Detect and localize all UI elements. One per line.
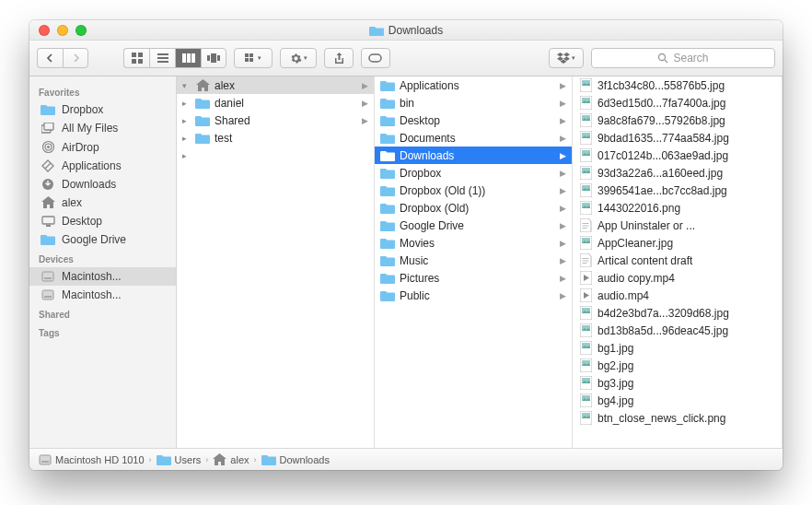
browser-row[interactable]: btn_close_news_click.png	[573, 409, 782, 427]
svg-rect-5	[157, 57, 168, 59]
column-1[interactable]: ▾alex▶▸daniel▶▸Shared▶▸test▸	[177, 76, 375, 448]
img-icon	[578, 201, 593, 215]
browser-row[interactable]: bg2.jpg	[573, 357, 782, 374]
browser-row[interactable]: ▸daniel▶	[177, 94, 374, 112]
browser-row[interactable]: ▸test	[177, 129, 374, 147]
expand-toggle[interactable]: ▸	[182, 151, 191, 160]
path-segment[interactable]: Downloads	[261, 454, 330, 465]
browser-row[interactable]: Pictures▶	[375, 269, 572, 287]
browser-row[interactable]: bd13b8a5d...96deac45.jpg	[573, 322, 782, 339]
sidebar-item-label: Dropbox	[62, 103, 103, 116]
browser-row[interactable]: ▾alex▶	[177, 76, 374, 94]
browser-row[interactable]: bin▶	[375, 94, 572, 112]
sidebar-item[interactable]: Google Drive	[29, 230, 176, 249]
sidebar-item[interactable]: AirDrop	[29, 137, 176, 157]
back-button[interactable]	[37, 48, 63, 68]
folder-icon	[195, 115, 210, 126]
browser-row[interactable]: Desktop▶	[375, 112, 572, 129]
columns-icon	[182, 53, 195, 63]
browser-row[interactable]: Documents▶	[375, 129, 572, 147]
close-button[interactable]	[39, 25, 50, 36]
dropbox-icon	[557, 53, 570, 64]
sidebar-item[interactable]: Dropbox	[29, 100, 176, 119]
browser-row[interactable]: ▸	[177, 147, 374, 164]
sidebar-item[interactable]: Desktop	[29, 212, 176, 230]
sidebar-item-label: alex	[62, 196, 82, 209]
browser-row[interactable]: Dropbox▶	[375, 164, 572, 182]
browser-row[interactable]: 9a8c8fa679...57926b8.jpg	[573, 112, 782, 129]
expand-toggle[interactable]: ▸	[182, 116, 191, 125]
row-label: Movies	[400, 237, 555, 250]
view-buttons	[123, 48, 226, 68]
share-button[interactable]	[324, 48, 354, 68]
browser-row[interactable]: b4d2e3bd7a...3209d68.jpg	[573, 304, 782, 322]
minimize-button[interactable]	[57, 25, 68, 36]
expand-toggle[interactable]: ▾	[182, 81, 191, 90]
browser-row[interactable]: Dropbox (Old (1))▶	[375, 182, 572, 199]
browser-row[interactable]: Public▶	[375, 287, 572, 304]
browser-row[interactable]: bg1.jpg	[573, 339, 782, 357]
browser-row[interactable]: bg3.jpg	[573, 374, 782, 392]
browser-row[interactable]: bg4.jpg	[573, 392, 782, 409]
svg-rect-27	[46, 225, 51, 227]
browser-row[interactable]: Movies▶	[375, 234, 572, 252]
svg-rect-26	[42, 217, 54, 224]
desktop-icon	[41, 216, 55, 227]
arrange-button[interactable]: ▾	[234, 48, 273, 68]
window-title: Downloads	[29, 24, 783, 37]
browser-row[interactable]: ▸Shared▶	[177, 112, 374, 129]
img-icon	[578, 323, 593, 337]
tags-button[interactable]	[361, 48, 390, 68]
forward-button[interactable]	[63, 48, 88, 68]
coverflow-view-button[interactable]	[201, 48, 226, 68]
browser-row[interactable]: AppCleaner.jpg	[573, 234, 782, 252]
browser-row[interactable]: Dropbox (Old)▶	[375, 199, 572, 217]
browser-row[interactable]: 9bdad1635...774aa584.jpg	[573, 129, 782, 147]
sidebar[interactable]: FavoritesDropboxAll My FilesAirDropAppli…	[29, 76, 177, 448]
titlebar[interactable]: Downloads	[29, 20, 783, 41]
column-3[interactable]: 3f1cb34c80...55876b5.jpg6d3ed15d0...7fa7…	[573, 76, 783, 448]
browser-row[interactable]: 1443022016.png	[573, 199, 782, 217]
browser-row[interactable]: App Uninstaler or ...	[573, 217, 782, 234]
browser-row[interactable]: 3996541ae...bc7cc8ad.jpg	[573, 182, 782, 199]
browser-row[interactable]: 6d3ed15d0...7fa7400a.jpg	[573, 94, 782, 112]
sidebar-item[interactable]: All My Files	[29, 119, 176, 137]
search-field[interactable]: Search	[591, 48, 775, 68]
sidebar-item[interactable]: alex	[29, 194, 176, 212]
dropbox-button[interactable]: ▾	[549, 48, 584, 68]
browser-row[interactable]: Applications▶	[375, 76, 572, 94]
browser-row[interactable]: 017c0124b...063ae9ad.jpg	[573, 147, 782, 164]
path-segment[interactable]: Users	[157, 454, 202, 465]
chevron-right-icon: ▶	[560, 274, 568, 283]
action-button[interactable]: ▾	[280, 48, 317, 68]
browser-row[interactable]: audio.mp4	[573, 287, 782, 304]
column-2[interactable]: Applications▶bin▶Desktop▶Documents▶Downl…	[375, 76, 573, 448]
icon-view-button[interactable]	[123, 48, 149, 68]
grid-icon	[132, 53, 143, 64]
browser-row[interactable]: Artical content draft	[573, 252, 782, 269]
list-view-button[interactable]	[149, 48, 175, 68]
browser-row[interactable]: Music▶	[375, 252, 572, 269]
browser-row[interactable]: 93d3a22a6...a160eed.jpg	[573, 164, 782, 182]
path-segment[interactable]: alex	[213, 453, 249, 466]
sidebar-item[interactable]: Macintosh...	[29, 286, 176, 304]
expand-toggle[interactable]: ▸	[182, 99, 191, 108]
zoom-button[interactable]	[75, 25, 87, 36]
row-label: 6d3ed15d0...7fa7400a.jpg	[597, 97, 778, 110]
img-icon	[578, 148, 593, 162]
sidebar-item[interactable]: Applications	[29, 157, 176, 175]
browser-row[interactable]: Downloads▶	[375, 147, 572, 164]
chevron-right-icon: ›	[254, 455, 257, 464]
sidebar-item[interactable]: Macintosh...	[29, 267, 176, 286]
path-bar[interactable]: Macintosh HD 1010›Users›alex›Downloads	[29, 448, 783, 470]
column-view-button[interactable]	[175, 48, 201, 68]
expand-toggle[interactable]: ▸	[182, 134, 191, 143]
row-label: Dropbox	[400, 167, 555, 180]
browser-row[interactable]: 3f1cb34c80...55876b5.jpg	[573, 76, 782, 94]
sidebar-item[interactable]: Downloads	[29, 175, 176, 194]
browser-row[interactable]: Google Drive▶	[375, 217, 572, 234]
folder-icon	[380, 133, 395, 144]
svg-rect-0	[132, 53, 136, 57]
browser-row[interactable]: audio copy.mp4	[573, 269, 782, 287]
path-segment[interactable]: Macintosh HD 1010	[39, 453, 145, 466]
